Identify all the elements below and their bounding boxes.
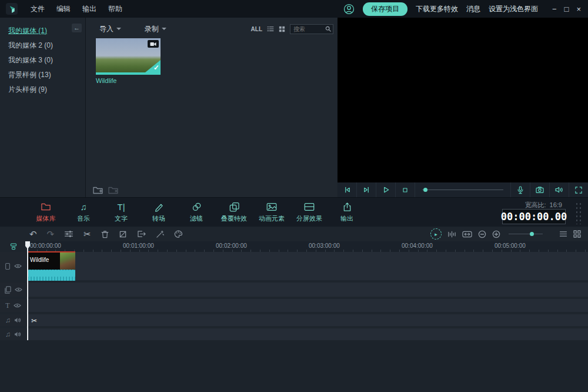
text-icon: T| (117, 202, 125, 212)
music-track-2-header: ♫ (0, 328, 27, 340)
play-button[interactable] (376, 182, 396, 197)
minimize-button[interactable]: − (552, 5, 557, 14)
aspect-ratio-label: 宽高比: 16:9 (524, 201, 562, 210)
zoom-to-fit-icon[interactable] (462, 231, 472, 238)
video-track[interactable] (0, 252, 588, 280)
music-track-1[interactable]: ♫ (0, 314, 588, 326)
image-icon (266, 202, 278, 212)
panel-drag-handle[interactable] (575, 202, 583, 224)
download-effects-link[interactable]: 下载更多特效 (416, 4, 458, 14)
crop-button[interactable] (119, 230, 127, 238)
account-icon[interactable] (343, 4, 355, 15)
track-list-view-icon[interactable] (559, 231, 567, 237)
tab-text[interactable]: T| 文字 (102, 198, 140, 227)
zoom-out-icon[interactable] (478, 230, 486, 238)
tab-filters[interactable]: 滤镜 (178, 198, 215, 227)
timeline-toolbar: ↶ ↷ ✂ (0, 227, 588, 241)
tab-export[interactable]: 输出 (328, 198, 366, 227)
playhead-line[interactable] (27, 241, 28, 340)
timeline-zoom-slider[interactable] (509, 234, 543, 234)
stop-button[interactable] (396, 182, 415, 197)
eye-icon[interactable] (14, 303, 21, 308)
ruler-label: 00:03:00:00 (309, 242, 340, 249)
fullscreen-button[interactable] (569, 182, 588, 197)
playhead-scissors-icon[interactable]: ✂ (31, 317, 37, 325)
tab-elements[interactable]: 动画元素 (253, 198, 290, 227)
sidebar-collapse-button[interactable]: ← (72, 24, 82, 32)
zoom-in-icon[interactable] (492, 230, 500, 238)
delete-folder-icon[interactable] (108, 186, 118, 194)
speaker-icon[interactable] (14, 317, 21, 323)
menu-help[interactable]: 帮助 (102, 2, 128, 16)
maximize-button[interactable]: □ (564, 5, 569, 14)
search-box[interactable] (290, 24, 333, 34)
video-camera-icon (148, 40, 159, 48)
sidebar-item-my-media-3[interactable]: 我的媒体 3 (0) (0, 53, 85, 68)
import-dropdown[interactable]: 导入 (99, 24, 121, 34)
overlay-track-icon (4, 286, 11, 294)
color-palette-button[interactable] (174, 230, 183, 238)
video-track-header (0, 252, 27, 280)
close-button[interactable]: × (576, 5, 581, 14)
text-track-icon: T (5, 301, 9, 310)
sidebar-item-background-samples[interactable]: 背景样例 (13) (0, 68, 85, 82)
tab-music[interactable]: ♫ 音乐 (65, 198, 102, 227)
media-panel: 导入 录制 ALL (86, 18, 337, 197)
menu-export[interactable]: 输出 (76, 2, 102, 16)
undo-button[interactable]: ↶ (29, 230, 37, 238)
filter-all-label[interactable]: ALL (251, 26, 262, 32)
tab-split-screen[interactable]: 分屏效果 (290, 198, 328, 227)
add-folder-icon[interactable] (93, 186, 103, 194)
export-frame-button[interactable] (137, 230, 146, 238)
text-track[interactable]: T (0, 299, 588, 312)
timeline-clip-wildlife[interactable]: Wildlife (28, 253, 75, 280)
previous-frame-button[interactable] (338, 182, 357, 197)
delete-button[interactable] (101, 230, 109, 238)
speaker-icon[interactable] (14, 331, 21, 337)
ruler-label: 00:01:00:00 (123, 242, 154, 249)
grid-view-icon[interactable] (279, 26, 285, 32)
ruler-label: 00:04:00:00 (402, 242, 433, 249)
media-clip-wildlife[interactable]: ✓ (96, 38, 161, 75)
music-track-2[interactable]: ♫ (0, 328, 588, 340)
timeline-ruler[interactable]: 00:00:00:00 00:01:00:00 00:02:00:00 00:0… (26, 241, 588, 253)
library-sidebar: 我的媒体 (1) 我的媒体 2 (0) 我的媒体 3 (0) 背景样例 (13)… (0, 18, 86, 197)
list-view-icon[interactable] (267, 26, 274, 32)
music-note-icon: ♫ (80, 202, 86, 212)
search-input[interactable] (292, 25, 325, 33)
sidebar-item-intro-samples[interactable]: 片头样例 (9) (0, 82, 85, 97)
playback-slider[interactable] (415, 182, 510, 197)
track-grid-view-icon[interactable] (573, 230, 581, 238)
playhead-knob[interactable] (423, 188, 427, 192)
tab-media-library[interactable]: 媒体库 (27, 198, 65, 227)
playback-controls (338, 182, 588, 197)
record-dropdown[interactable]: 录制 (145, 24, 166, 34)
video-track-icon (5, 263, 11, 270)
sidebar-item-my-media-2[interactable]: 我的媒体 2 (0) (0, 38, 85, 53)
render-preview-button[interactable]: ▸ (430, 228, 442, 240)
audio-mixer-icon[interactable] (447, 231, 456, 238)
save-project-button[interactable]: 保存项目 (363, 2, 407, 16)
snapshot-button[interactable] (530, 182, 549, 197)
track-manager-icon[interactable] (0, 241, 26, 252)
zoom-slider-knob[interactable] (530, 232, 534, 236)
tab-overlays[interactable]: 叠覆特效 (215, 198, 253, 227)
redo-button[interactable]: ↷ (47, 230, 55, 238)
eye-icon[interactable] (15, 287, 22, 292)
next-frame-button[interactable] (357, 182, 376, 197)
magic-wand-button[interactable] (156, 230, 164, 238)
volume-button[interactable] (549, 182, 569, 197)
split-scissors-button[interactable]: ✂ (83, 230, 91, 238)
record-voiceover-button[interactable] (510, 182, 530, 197)
overlay-track[interactable] (0, 283, 588, 297)
eye-icon[interactable] (14, 264, 22, 268)
selected-strip (96, 72, 161, 75)
music-track-1-header: ♫ (0, 314, 27, 326)
menu-edit[interactable]: 编辑 (51, 2, 76, 16)
messages-link[interactable]: 消息 (466, 4, 480, 14)
adjust-icon[interactable] (64, 230, 74, 238)
menu-file[interactable]: 文件 (25, 2, 51, 16)
preview-screen[interactable] (338, 18, 588, 182)
theme-toggle-link[interactable]: 设置为浅色界面 (489, 4, 538, 14)
tab-transitions[interactable]: 转场 (140, 198, 178, 227)
